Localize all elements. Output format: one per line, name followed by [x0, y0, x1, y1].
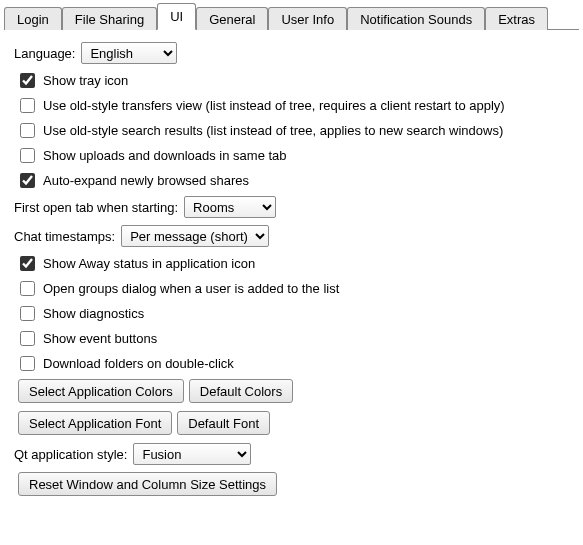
tab-ui[interactable]: UI: [157, 3, 196, 30]
chk-open-groups-label: Open groups dialog when a user is added …: [43, 281, 339, 296]
language-select[interactable]: English: [81, 42, 177, 64]
chk-same-tab[interactable]: [20, 148, 35, 163]
chk-old-search[interactable]: [20, 123, 35, 138]
chk-old-transfers[interactable]: [20, 98, 35, 113]
chk-old-search-label: Use old-style search results (list inste…: [43, 123, 503, 138]
tab-notification-sounds[interactable]: Notification Sounds: [347, 7, 485, 30]
first-open-select[interactable]: Rooms: [184, 196, 276, 218]
chk-diagnostics[interactable]: [20, 306, 35, 321]
chk-auto-expand-label: Auto-expand newly browsed shares: [43, 173, 249, 188]
tab-login[interactable]: Login: [4, 7, 62, 30]
qt-style-label: Qt application style:: [14, 447, 127, 462]
first-open-label: First open tab when starting:: [14, 200, 178, 215]
chk-event-buttons[interactable]: [20, 331, 35, 346]
chat-timestamps-label: Chat timestamps:: [14, 229, 115, 244]
tab-general[interactable]: General: [196, 7, 268, 30]
chk-show-tray[interactable]: [20, 73, 35, 88]
chk-event-buttons-label: Show event buttons: [43, 331, 157, 346]
select-colors-button[interactable]: Select Application Colors: [18, 379, 184, 403]
chk-diagnostics-label: Show diagnostics: [43, 306, 144, 321]
reset-window-button[interactable]: Reset Window and Column Size Settings: [18, 472, 277, 496]
qt-style-select[interactable]: Fusion: [133, 443, 251, 465]
tab-file-sharing[interactable]: File Sharing: [62, 7, 157, 30]
chk-auto-expand[interactable]: [20, 173, 35, 188]
default-font-button[interactable]: Default Font: [177, 411, 270, 435]
tabs-bar: Login File Sharing UI General User Info …: [4, 4, 579, 30]
tab-extras[interactable]: Extras: [485, 7, 548, 30]
chat-timestamps-select[interactable]: Per message (short): [121, 225, 269, 247]
tab-user-info[interactable]: User Info: [268, 7, 347, 30]
chk-download-dblclick-label: Download folders on double-click: [43, 356, 234, 371]
tab-content: Language: English Show tray icon Use old…: [4, 30, 579, 516]
chk-same-tab-label: Show uploads and downloads in same tab: [43, 148, 287, 163]
default-colors-button[interactable]: Default Colors: [189, 379, 293, 403]
language-label: Language:: [14, 46, 75, 61]
chk-away-status[interactable]: [20, 256, 35, 271]
chk-download-dblclick[interactable]: [20, 356, 35, 371]
chk-show-tray-label: Show tray icon: [43, 73, 128, 88]
chk-old-transfers-label: Use old-style transfers view (list inste…: [43, 98, 505, 113]
chk-away-status-label: Show Away status in application icon: [43, 256, 255, 271]
chk-open-groups[interactable]: [20, 281, 35, 296]
select-font-button[interactable]: Select Application Font: [18, 411, 172, 435]
